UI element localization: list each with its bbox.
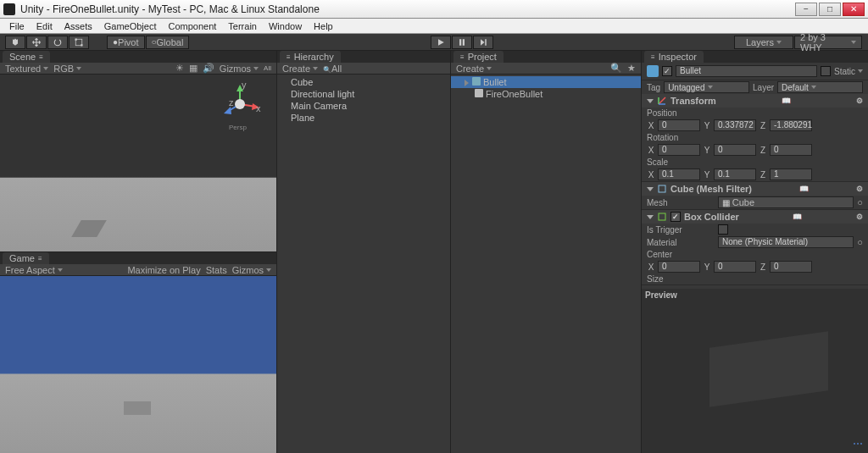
game-stats-toggle[interactable]: Stats	[206, 265, 227, 275]
menu-component[interactable]: Component	[162, 21, 222, 31]
scene-rendermode-dropdown[interactable]: RGB	[53, 64, 81, 74]
svg-rect-4	[459, 39, 461, 46]
mesh-field[interactable]: ▦ Cube	[718, 196, 854, 208]
menu-edit[interactable]: Edit	[31, 21, 58, 31]
tab-hierarchy[interactable]: ≡Hierarchy	[280, 51, 341, 63]
svg-marker-12	[224, 107, 231, 114]
rotate-tool[interactable]	[47, 36, 68, 49]
preview-mesh	[709, 331, 828, 407]
svg-rect-17	[659, 185, 665, 192]
static-dropdown[interactable]: Static	[834, 67, 863, 76]
scene-search-all[interactable]: All	[264, 64, 271, 72]
scene-light-toggle[interactable]: ☀	[175, 63, 184, 74]
hand-tool[interactable]	[5, 36, 25, 49]
collider-help-icon[interactable]: 📖	[793, 213, 802, 221]
tab-scene[interactable]: Scene≡	[3, 51, 50, 63]
preview-label: Preview	[645, 290, 677, 300]
gameobject-name-field[interactable]: Bullet	[676, 65, 817, 77]
project-filter-icon[interactable]: ★	[627, 63, 636, 74]
global-toggle[interactable]: ○Global	[146, 36, 190, 49]
inspector-preview[interactable]: Preview ⋯	[642, 289, 868, 453]
meshfilter-help-icon[interactable]: 📖	[799, 185, 809, 193]
mesh-picker-icon[interactable]: ○	[857, 197, 863, 207]
hierarchy-item-cube[interactable]: Cube	[277, 76, 450, 88]
istrigger-checkbox[interactable]	[718, 224, 728, 235]
layout-dropdown[interactable]: 2 by 3 WHY	[794, 36, 862, 49]
mesh-label: Mesh	[647, 198, 715, 207]
scale-y-field[interactable]: 0.1	[714, 168, 756, 180]
collider-material-field[interactable]: None (Physic Material)	[718, 236, 854, 248]
scale-x-field[interactable]: 0.1	[658, 168, 700, 180]
hierarchy-item-plane[interactable]: Plane	[277, 112, 450, 124]
transform-settings-icon[interactable]: ⚙	[856, 97, 863, 105]
collider-enabled-checkbox[interactable]: ✓	[670, 212, 681, 222]
preview-menu-icon[interactable]: ⋯	[853, 438, 863, 450]
tab-inspector[interactable]: ≡Inspector	[644, 51, 704, 63]
hierarchy-search[interactable]: 🔍All	[323, 64, 342, 74]
tab-project[interactable]: ≡Project	[453, 51, 504, 63]
hierarchy-item-main-camera[interactable]: Main Camera	[277, 100, 450, 112]
minimize-button[interactable]: −	[795, 3, 817, 16]
collider-center-y-field[interactable]: 0	[714, 261, 756, 273]
project-search-icon[interactable]: 🔍	[610, 63, 622, 74]
menu-file[interactable]: File	[3, 21, 31, 31]
position-y-field[interactable]: 0.337872	[714, 119, 756, 131]
hierarchy-item-directional-light[interactable]: Directional light	[277, 88, 450, 100]
scene-persp-label[interactable]: Persp	[229, 124, 247, 131]
pivot-toggle[interactable]: ●Pivot	[107, 36, 145, 49]
game-aspect-dropdown[interactable]: Free Aspect	[5, 265, 63, 275]
window-title: Unity - FireOneBullet.unity - MyTest - P…	[20, 3, 795, 15]
collider-center-z-field[interactable]: 0	[770, 261, 812, 273]
step-button[interactable]	[473, 36, 493, 49]
layer-label: Layer	[753, 83, 774, 92]
meshfilter-settings-icon[interactable]: ⚙	[856, 185, 863, 193]
static-checkbox[interactable]	[821, 66, 831, 76]
menu-assets[interactable]: Assets	[58, 21, 98, 31]
game-gizmos-dropdown[interactable]: Gizmos	[232, 265, 271, 275]
tab-game[interactable]: Game≡	[3, 252, 49, 264]
position-x-field[interactable]: 0	[658, 119, 700, 131]
rotation-z-field[interactable]: 0	[770, 144, 812, 156]
tag-dropdown[interactable]: Untagged	[664, 81, 749, 93]
svg-text:x: x	[256, 103, 261, 113]
position-z-field[interactable]: -1.880291	[770, 119, 812, 131]
close-button[interactable]: ✕	[843, 3, 865, 16]
scene-audio-toggle[interactable]: 🔊	[203, 63, 214, 74]
project-create-dropdown[interactable]: Create	[456, 64, 492, 74]
menu-window[interactable]: Window	[263, 21, 308, 31]
rotation-y-field[interactable]: 0	[714, 144, 756, 156]
project-item-bullet[interactable]: Bullet	[451, 76, 641, 88]
game-maximize-toggle[interactable]: Maximize on Play	[127, 265, 200, 275]
collider-material-picker-icon[interactable]: ○	[857, 237, 863, 247]
transform-help-icon[interactable]: 📖	[782, 97, 791, 105]
hierarchy-create-dropdown[interactable]: Create	[282, 64, 318, 74]
scale-z-field[interactable]: 1	[770, 168, 812, 180]
maximize-button[interactable]: □	[819, 3, 841, 16]
move-tool[interactable]	[26, 36, 47, 49]
position-label: Position	[647, 108, 698, 118]
collider-material-label: Material	[647, 238, 715, 247]
layers-dropdown[interactable]: Layers	[734, 36, 793, 49]
scene-shading-dropdown[interactable]: Textured	[5, 64, 48, 74]
game-cube-render	[124, 401, 151, 415]
svg-text:z: z	[229, 97, 234, 108]
gameobject-active-checkbox[interactable]: ✓	[662, 66, 672, 76]
rotation-x-field[interactable]: 0	[658, 144, 700, 156]
scale-tool[interactable]	[69, 36, 89, 49]
scene-fx-toggle[interactable]: ▦	[189, 63, 198, 74]
project-item-fireonebullet[interactable]: FireOneBullet	[451, 88, 641, 100]
scene-viewport[interactable]: y x z Persp	[0, 75, 276, 251]
collider-settings-icon[interactable]: ⚙	[856, 213, 863, 221]
menu-terrain[interactable]: Terrain	[222, 21, 263, 31]
menu-help[interactable]: Help	[308, 21, 339, 31]
scene-orientation-gizmo[interactable]: y x z Persp	[219, 83, 261, 125]
play-button[interactable]	[431, 36, 451, 49]
collider-center-x-field[interactable]: 0	[658, 261, 700, 273]
menu-gameobject[interactable]: GameObject	[98, 21, 163, 31]
svg-rect-2	[75, 38, 77, 40]
layer-dropdown[interactable]: Default	[777, 81, 863, 93]
pause-button[interactable]	[452, 36, 472, 49]
game-viewport	[0, 276, 276, 453]
rotation-label: Rotation	[647, 133, 698, 142]
scene-gizmos-dropdown[interactable]: Gizmos	[220, 64, 259, 74]
